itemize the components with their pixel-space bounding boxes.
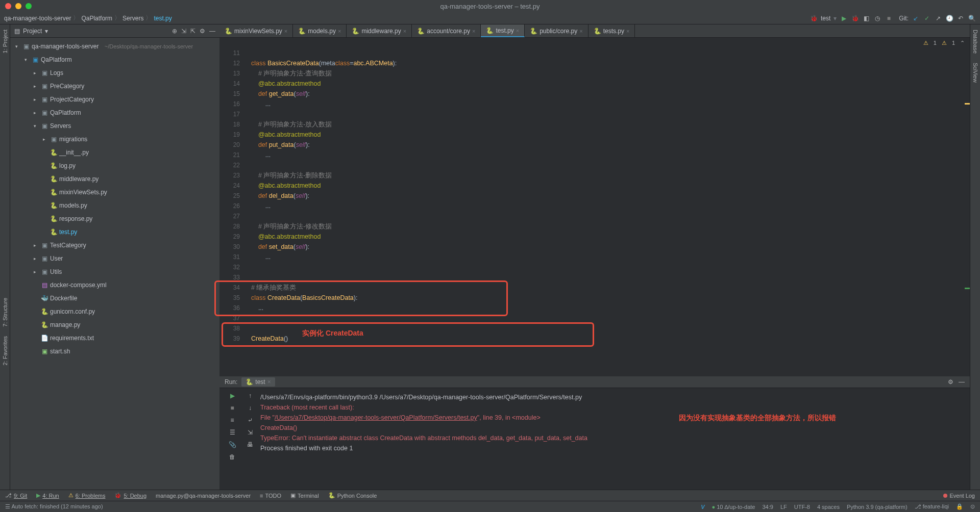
tree-folder[interactable]: ▸▣Utils (10, 265, 219, 278)
run-tab-label[interactable]: test (255, 378, 265, 386)
tree-folder[interactable]: ▾▣QaPlatform (10, 53, 219, 66)
git-revert-icon[interactable]: ↶ (957, 14, 965, 22)
tree-folder[interactable]: ▸▣QaPlatform (10, 106, 219, 119)
terminal-tool-button[interactable]: ▣Terminal (290, 492, 319, 499)
python-interpreter[interactable]: Python 3.9 (qa-platform) (847, 504, 908, 510)
event-log-button[interactable]: Event Log (943, 493, 975, 499)
code-area[interactable]: class BasicsCreateData(metaclass=abc.ABC… (251, 48, 970, 376)
editor-tab[interactable]: 🐍mixinViewSets.py× (219, 24, 293, 37)
manage-tool-button[interactable]: manage.py@qa-manager-tools-server (156, 492, 251, 499)
tree-file-active[interactable]: 🐍test.py (10, 225, 219, 239)
tree-folder[interactable]: ▸▣TestCategory (10, 239, 219, 252)
run-config-selector[interactable]: test (821, 15, 830, 22)
fold-gutter[interactable] (245, 48, 251, 376)
stop-button[interactable]: ■ (885, 14, 893, 22)
debug-tool-button[interactable]: 🐞5: Debug (114, 492, 146, 499)
python-console-tool-button[interactable]: 🐍Python Console (328, 492, 377, 499)
crumb-file[interactable]: test.py (154, 15, 172, 22)
git-push-icon[interactable]: ↗ (934, 14, 942, 22)
editor-inspection-icon[interactable]: ⌃ (960, 40, 965, 46)
tree-file[interactable]: ▤docker-compose.yml (10, 278, 219, 292)
tree-root[interactable]: ▾▣qa-manager-tools-server ~/Desktop/qa-m… (10, 40, 219, 53)
indent-settings[interactable]: 4 spaces (817, 504, 840, 510)
tree-folder[interactable]: ▾▣Servers (10, 119, 219, 133)
tree-folder[interactable]: ▸▣PreCategory (10, 80, 219, 93)
editor-tab[interactable]: 🐍models.py× (293, 24, 347, 37)
hide-panel-icon[interactable]: — (959, 378, 965, 386)
filter-icon[interactable]: 📎 (229, 441, 236, 448)
file-encoding[interactable]: UTF-8 (794, 504, 810, 510)
crumb-2[interactable]: Servers (122, 15, 143, 22)
tree-file[interactable]: 🐍models.py (10, 199, 219, 212)
tree-folder[interactable]: ▸▣User (10, 252, 219, 265)
scroll-change-mark[interactable] (965, 288, 970, 289)
tree-file[interactable]: 🐍gunicorn.conf.py (10, 305, 219, 318)
chevron-down-icon[interactable]: ▾ (45, 28, 48, 35)
tree-file[interactable]: 🐍middleware.py (10, 172, 219, 186)
close-icon[interactable]: × (284, 28, 287, 34)
hide-icon[interactable]: — (209, 28, 215, 35)
tree-folder[interactable]: ▸▣migrations (10, 133, 219, 146)
close-icon[interactable]: × (579, 28, 582, 34)
crumb-1[interactable]: QaPlatform (81, 15, 112, 22)
gear-icon[interactable]: ⚙ (948, 378, 953, 386)
tree-file[interactable]: 📄requirements.txt (10, 331, 219, 345)
tree-file[interactable]: 🐍mixinViewSets.py (10, 186, 219, 199)
tree-file[interactable]: 🐍log.py (10, 159, 219, 172)
select-file-icon[interactable]: ⊕ (172, 28, 177, 35)
git-tool-button[interactable]: ⎇9: Git (5, 492, 27, 499)
git-commit-icon[interactable]: ✓ (923, 14, 931, 22)
search-icon[interactable]: 🔍 (968, 14, 976, 22)
editor-tab[interactable]: 🐍tests.py× (589, 24, 635, 37)
down-icon[interactable]: ↓ (249, 404, 252, 412)
tree-file[interactable]: 🐳Dockerfile (10, 292, 219, 305)
project-tool-button[interactable]: 1: Project (2, 28, 8, 55)
stop-button[interactable]: ■ (230, 404, 234, 412)
editor-tab[interactable]: 🐍account/core.py× (412, 24, 481, 37)
editor-tab[interactable]: 🐍middleware.py× (347, 24, 412, 37)
warning-icon[interactable]: ⚠ (942, 40, 947, 46)
menu-icon[interactable]: ☰ (5, 503, 10, 509)
git-status[interactable]: ● 10 ∆/up-to-date (712, 504, 755, 510)
tree-folder[interactable]: ▸▣ProjectCategory (10, 93, 219, 106)
breadcrumb[interactable]: qa-manager-tools-server 〉 QaPlatform 〉 S… (4, 14, 172, 22)
close-icon[interactable]: × (472, 28, 475, 34)
editor-tab[interactable]: 🐍public/core.py× (525, 24, 588, 37)
problems-tool-button[interactable]: ⚠6: Problems (68, 492, 106, 499)
window-close-button[interactable] (5, 3, 11, 9)
trash-icon[interactable]: 🗑 (229, 453, 235, 460)
git-history-icon[interactable]: 🕘 (945, 14, 953, 22)
close-icon[interactable]: × (338, 28, 341, 34)
debug-button[interactable]: 🐞 (851, 14, 859, 22)
line-separator[interactable]: LF (780, 504, 787, 510)
editor-tab[interactable]: 🐍test.py× (481, 24, 525, 37)
run-tool-button[interactable]: ▶4: Run (36, 492, 59, 499)
sciview-tool-button[interactable]: SciView (972, 61, 978, 85)
profile-button[interactable]: ◷ (873, 14, 881, 22)
editor-scrollbar[interactable] (964, 48, 970, 376)
wrap-icon[interactable]: ⤶ (248, 417, 253, 424)
close-icon[interactable]: × (267, 378, 271, 386)
git-branch[interactable]: ⎇ feature-liqi (915, 503, 949, 510)
pause-icon[interactable]: ≡ (230, 417, 234, 424)
tree-file[interactable]: 🐍manage.py (10, 318, 219, 331)
memory-icon[interactable]: ⊙ (970, 503, 975, 510)
coverage-button[interactable]: ◧ (862, 14, 870, 22)
git-update-icon[interactable]: ↙ (912, 14, 920, 22)
chevron-down-icon[interactable]: ▾ (834, 15, 837, 22)
layout-icon[interactable]: ☰ (230, 429, 235, 436)
structure-tool-button[interactable]: 7: Structure (2, 296, 8, 329)
cursor-position[interactable]: 34:9 (762, 504, 773, 510)
crumb-root[interactable]: qa-manager-tools-server (4, 15, 71, 22)
window-maximize-button[interactable] (26, 3, 32, 9)
gear-icon[interactable]: ⚙ (200, 28, 205, 35)
database-tool-button[interactable]: Database (972, 28, 978, 56)
scroll-warn-mark[interactable] (965, 103, 970, 105)
run-button[interactable]: ▶ (840, 14, 848, 22)
expand-icon[interactable]: ⇲ (181, 28, 186, 35)
tree-file[interactable]: ▣start.sh (10, 345, 219, 358)
lock-icon[interactable]: 🔒 (956, 503, 963, 510)
window-minimize-button[interactable] (15, 3, 21, 9)
favorites-tool-button[interactable]: 2: Favorites (2, 334, 8, 367)
editor-body[interactable]: 1112131415161718192021222324252627282930… (219, 48, 970, 376)
